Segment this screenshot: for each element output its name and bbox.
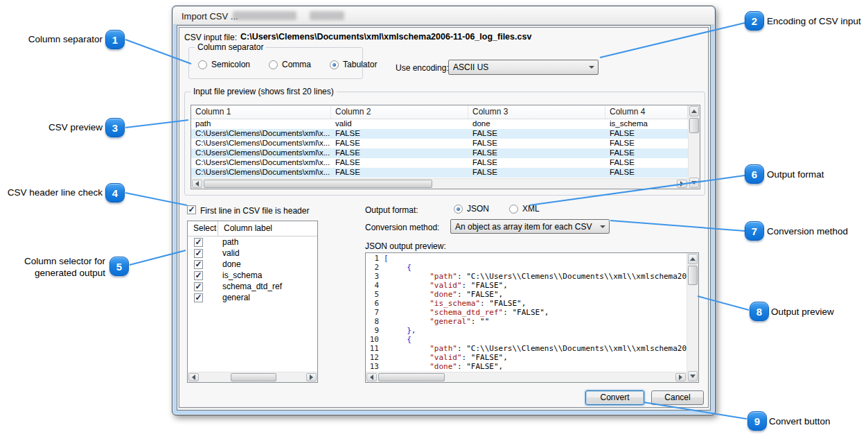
scroll-down-icon[interactable] <box>689 178 699 188</box>
callout-label-encoding: Encoding of CSV input <box>767 15 861 27</box>
table-cell: C:\Users\Clemens\Documents\xml\x... <box>191 139 331 148</box>
code-token: "valid" <box>429 281 461 290</box>
scroll-right-icon[interactable] <box>675 373 686 381</box>
convert-button[interactable]: Convert <box>585 390 644 405</box>
separator-semicolon-radio[interactable]: Semicolon <box>198 60 250 69</box>
callout-label-convert-button: Convert button <box>769 415 831 427</box>
scroll-up-icon[interactable] <box>689 106 699 117</box>
callout-badge-7: 7 <box>745 221 764 241</box>
column-checkbox[interactable] <box>194 260 203 269</box>
blurred-tab-1 <box>233 11 296 20</box>
format-xml-radio[interactable]: XML <box>509 204 540 214</box>
code-line: 6 "is_schema": "FALSE", <box>366 299 687 308</box>
code-token: : "FALSE", <box>457 290 503 299</box>
scroll-right-icon[interactable] <box>306 373 317 381</box>
csv-input-file-label: CSV input file: <box>184 33 237 42</box>
callout-badge-3: 3 <box>105 118 125 137</box>
list-item[interactable]: general <box>188 292 317 303</box>
scroll-left-icon[interactable] <box>192 180 202 188</box>
json-vscroll-thumb[interactable] <box>688 266 698 285</box>
column-checkbox[interactable] <box>194 238 203 247</box>
callout-badge-2: 2 <box>745 11 764 31</box>
table-row[interactable]: C:\Users\Clemens\Documents\xml\x...FALSE… <box>191 148 688 158</box>
column-checkbox[interactable] <box>194 249 203 258</box>
list-item[interactable]: is_schema <box>188 270 317 281</box>
code-line: 8 "general": "" <box>366 317 687 326</box>
radio-icon[interactable] <box>198 60 207 69</box>
radio-icon[interactable] <box>509 205 518 214</box>
code-token <box>384 353 429 362</box>
import-csv-tab-page: CSV input file: C:\Users\Clemens\Documen… <box>179 27 709 408</box>
table-cell: C:\Users\Clemens\Documents\xml\x... <box>191 129 331 139</box>
preview-column-header[interactable]: Column 1 <box>191 105 331 119</box>
table-row[interactable]: pathvaliddoneis_schema <box>191 119 688 129</box>
table-row[interactable]: C:\Users\Clemens\Documents\xml\x...FALSE… <box>191 129 688 139</box>
chevron-down-icon[interactable] <box>596 221 608 232</box>
line-number: 11 <box>366 344 384 353</box>
conversion-method-select[interactable]: An object as array item for each CSV row <box>450 219 610 234</box>
column-checkbox[interactable] <box>194 293 203 302</box>
preview-column-header[interactable]: Column 4 <box>605 105 688 119</box>
json-vertical-scrollbar[interactable] <box>687 253 698 382</box>
first-line-header-checkbox[interactable] <box>187 205 196 214</box>
callout-badge-5: 5 <box>109 257 129 276</box>
preview-horizontal-scrollbar[interactable] <box>191 178 688 189</box>
encoding-select[interactable]: ASCII US <box>448 60 599 75</box>
radio-label: Semicolon <box>211 60 250 69</box>
radio-icon[interactable] <box>454 205 463 214</box>
table-cell: C:\Users\Clemens\Documents\xml\x... <box>191 158 331 168</box>
code-token: : "FALSE", <box>462 281 508 290</box>
radio-icon[interactable] <box>269 60 278 69</box>
chevron-down-icon[interactable] <box>585 61 597 74</box>
scroll-left-icon[interactable] <box>188 373 199 381</box>
table-cell: FALSE <box>468 158 605 168</box>
table-row[interactable]: C:\Users\Clemens\Documents\xml\x...FALSE… <box>191 158 688 168</box>
code-line: 3 "path": "C:\\Users\\Clemens\\Documents… <box>366 272 687 281</box>
scroll-right-icon[interactable] <box>677 180 687 188</box>
radio-icon[interactable] <box>330 60 339 69</box>
column-checkbox[interactable] <box>194 282 203 291</box>
code-token: : "" <box>471 317 490 326</box>
conversion-method-value: An object as array item for each CSV row <box>455 222 594 232</box>
list-item[interactable]: done <box>188 259 317 270</box>
json-output-preview[interactable]: 1[2 {3 "path": "C:\\Users\\Clemens\\Docu… <box>365 252 699 383</box>
preview-vertical-scrollbar[interactable] <box>688 105 700 189</box>
json-hscroll-thumb[interactable] <box>378 373 445 381</box>
column-select-header: Select Column label <box>188 221 317 236</box>
separator-comma-radio[interactable]: Comma <box>269 60 311 69</box>
preview-vscroll-thumb[interactable] <box>689 118 699 133</box>
table-row[interactable]: C:\Users\Clemens\Documents\xml\x...FALSE… <box>191 139 688 148</box>
cancel-button[interactable]: Cancel <box>651 390 704 405</box>
code-token <box>384 272 429 281</box>
code-line: 11 "path": "C:\\Users\\Clemens\\Document… <box>366 344 687 353</box>
table-cell: is_schema <box>605 119 688 129</box>
preview-column-header[interactable]: Column 2 <box>331 105 468 119</box>
scroll-left-icon[interactable] <box>366 373 377 381</box>
preview-column-header[interactable]: Column 3 <box>468 105 605 119</box>
json-code-area: 1[2 {3 "path": "C:\\Users\\Clemens\\Docu… <box>366 254 687 372</box>
dialog-client-area: CSV input file: C:\Users\Clemens\Documen… <box>177 25 711 411</box>
table-cell: FALSE <box>605 129 688 139</box>
table-row[interactable]: C:\Users\Clemens\Documents\xml\x...FALSE… <box>191 168 688 178</box>
scroll-up-icon[interactable] <box>688 254 698 264</box>
csv-preview-table: Column 1Column 2Column 3Column 4 pathval… <box>191 105 700 189</box>
preview-hscroll-thumb[interactable] <box>204 180 432 188</box>
callout-label-header-check: CSV header line check <box>0 187 103 198</box>
json-horizontal-scrollbar[interactable] <box>366 372 687 382</box>
list-item[interactable]: valid <box>188 248 317 259</box>
title-bar[interactable]: Import CSV ... <box>173 7 714 25</box>
table-cell: FALSE <box>468 129 605 139</box>
code-token: { <box>407 335 411 344</box>
column-select-hscrollbar[interactable] <box>188 372 317 382</box>
list-item[interactable]: path <box>188 236 317 248</box>
list-item[interactable]: schema_dtd_ref <box>188 281 317 292</box>
blurred-tab-2 <box>310 11 344 20</box>
column-select-hscroll-thumb[interactable] <box>231 373 276 381</box>
callout-label-output-format: Output format <box>767 169 824 180</box>
column-checkbox[interactable] <box>194 271 203 280</box>
scroll-down-icon[interactable] <box>688 371 698 381</box>
format-json-radio[interactable]: JSON <box>454 204 489 214</box>
separator-tabulator-radio[interactable]: Tabulator <box>330 60 377 69</box>
code-line: 10 { <box>366 335 687 344</box>
table-cell: FALSE <box>605 148 688 158</box>
